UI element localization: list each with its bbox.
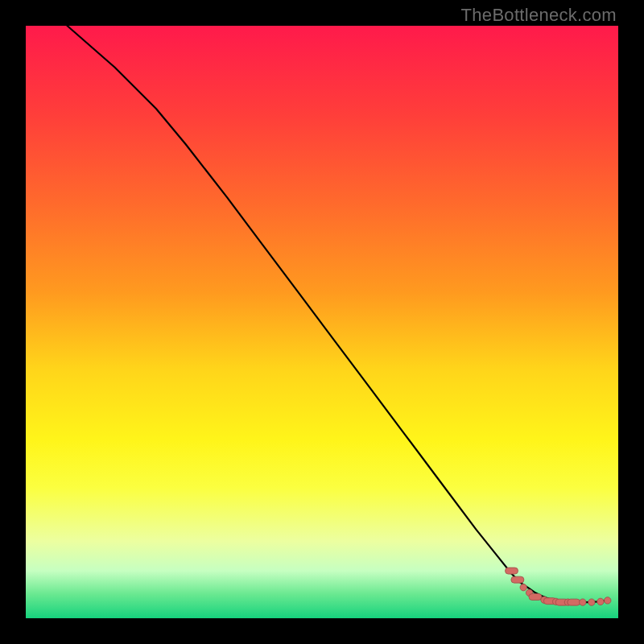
marker-dot xyxy=(520,584,526,591)
marker-dot xyxy=(597,598,604,605)
marker-dot xyxy=(580,599,586,605)
bottleneck-curve xyxy=(68,26,607,602)
marker-dot xyxy=(588,599,595,605)
marker-dash xyxy=(529,594,542,601)
chart-frame: TheBottleneck.com xyxy=(0,0,644,644)
marker-dash xyxy=(506,568,518,574)
marker-dash xyxy=(568,599,580,605)
chart-overlay xyxy=(26,26,618,618)
marker-dash xyxy=(511,576,524,583)
watermark-text: TheBottleneck.com xyxy=(461,5,617,26)
marker-dot xyxy=(605,597,611,604)
marker-group xyxy=(506,568,611,605)
